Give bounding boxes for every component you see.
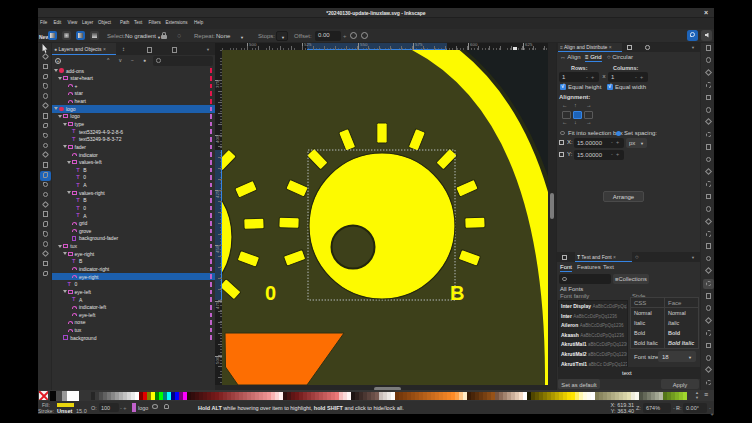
- svg-text:B: B: [450, 282, 464, 304]
- svg-text:0: 0: [265, 282, 276, 304]
